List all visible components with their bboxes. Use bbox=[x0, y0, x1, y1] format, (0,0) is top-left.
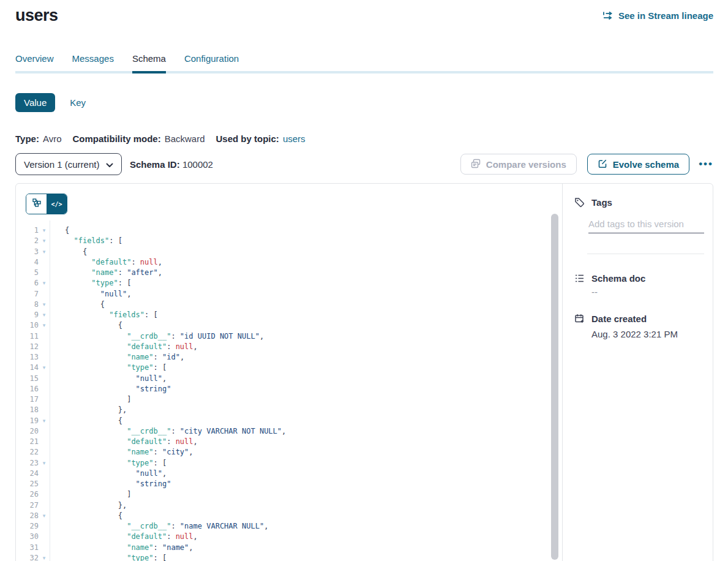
version-select[interactable]: Version 1 (current) bbox=[15, 153, 122, 175]
line-number: 26 bbox=[16, 489, 39, 500]
code-line[interactable]: 3▾ { bbox=[16, 247, 562, 257]
fold-toggle-icon[interactable]: ▾ bbox=[39, 310, 50, 320]
fold-toggle-icon[interactable]: ▾ bbox=[39, 236, 50, 246]
tags-input[interactable]: Add tags to this version bbox=[588, 219, 704, 233]
schema-sidebar: Tags Add tags to this version Schema doc… bbox=[563, 184, 713, 561]
fold-toggle-icon[interactable]: ▾ bbox=[39, 225, 50, 236]
line-number: 16 bbox=[16, 384, 39, 394]
code-line[interactable]: 32▾ "type": [ bbox=[16, 553, 562, 561]
line-number: 19 bbox=[16, 416, 39, 426]
line-content: "string" bbox=[50, 479, 171, 489]
line-content: "__crdb__": "id UUID NOT NULL", bbox=[50, 331, 264, 342]
code-line[interactable]: 9▾ "fields": [ bbox=[16, 310, 562, 320]
code-line[interactable]: 29 "__crdb__": "name VARCHAR NULL", bbox=[16, 521, 562, 532]
fold-spacer bbox=[39, 384, 50, 394]
value-tab-button[interactable]: Value bbox=[15, 93, 55, 112]
line-content: { bbox=[50, 247, 87, 257]
topic-link[interactable]: users bbox=[283, 134, 306, 144]
tab-configuration[interactable]: Configuration bbox=[184, 53, 239, 71]
date-created-value: Aug. 3 2022 3:21 PM bbox=[591, 329, 713, 339]
line-number: 31 bbox=[16, 543, 39, 553]
line-content: "default": null, bbox=[50, 437, 198, 447]
line-number: 29 bbox=[16, 521, 39, 532]
tab-messages[interactable]: Messages bbox=[72, 53, 114, 71]
code-line[interactable]: 18 }, bbox=[16, 405, 562, 415]
fold-spacer bbox=[39, 532, 50, 542]
code-line[interactable]: 1▾{ bbox=[16, 225, 562, 236]
line-number: 4 bbox=[16, 257, 39, 268]
code-line[interactable]: 6▾ "type": [ bbox=[16, 278, 562, 288]
line-content: "default": null, bbox=[50, 342, 198, 352]
code-line[interactable]: 7 "null", bbox=[16, 289, 562, 299]
tab-schema[interactable]: Schema bbox=[132, 53, 166, 73]
fold-toggle-icon[interactable]: ▾ bbox=[39, 278, 50, 288]
fold-spacer bbox=[39, 437, 50, 447]
line-content: }, bbox=[50, 500, 127, 511]
code-line[interactable]: 27 }, bbox=[16, 500, 562, 511]
code-line[interactable]: 20 "__crdb__": "city VARCHAR NOT NULL", bbox=[16, 426, 562, 437]
code-line[interactable]: 16 "string" bbox=[16, 384, 562, 394]
fold-toggle-icon[interactable]: ▾ bbox=[39, 320, 50, 331]
line-number: 2 bbox=[16, 236, 39, 246]
fold-toggle-icon[interactable]: ▾ bbox=[39, 363, 50, 373]
code-line[interactable]: 21 "default": null, bbox=[16, 437, 562, 447]
code-line[interactable]: 26 ] bbox=[16, 489, 562, 500]
code-line[interactable]: 12 "default": null, bbox=[16, 342, 562, 352]
code-line[interactable]: 25 "string" bbox=[16, 479, 562, 489]
line-content: ] bbox=[50, 394, 131, 405]
code-line[interactable]: 15 "null", bbox=[16, 374, 562, 384]
code-line[interactable]: 17 ] bbox=[16, 394, 562, 405]
line-number: 25 bbox=[16, 479, 39, 489]
code-line[interactable]: 13 "name": "id", bbox=[16, 352, 562, 363]
line-content: { bbox=[50, 416, 122, 426]
code-line[interactable]: 30 "default": null, bbox=[16, 532, 562, 542]
fold-toggle-icon[interactable]: ▾ bbox=[39, 416, 50, 426]
sidebar-divider bbox=[587, 254, 704, 254]
code-view-button[interactable]: </> bbox=[47, 194, 67, 214]
fold-toggle-icon[interactable]: ▾ bbox=[39, 511, 50, 521]
code-line[interactable]: 5 "name": "after", bbox=[16, 268, 562, 278]
line-content: }, bbox=[50, 405, 127, 415]
date-created-heading: Date created bbox=[591, 314, 647, 324]
line-number: 3 bbox=[16, 247, 39, 257]
schema-doc-value: -- bbox=[591, 287, 713, 297]
code-line[interactable]: 10▾ { bbox=[16, 320, 562, 331]
compare-versions-button[interactable]: Compare versions bbox=[460, 154, 577, 175]
tree-view-icon bbox=[32, 198, 41, 209]
fold-toggle-icon[interactable]: ▾ bbox=[39, 553, 50, 561]
editor-scrollbar[interactable] bbox=[551, 214, 558, 560]
key-tab-button[interactable]: Key bbox=[70, 97, 86, 108]
code-line[interactable]: 31 "name": "name", bbox=[16, 543, 562, 553]
tree-view-button[interactable] bbox=[26, 194, 47, 214]
code-line[interactable]: 19▾ { bbox=[16, 416, 562, 426]
evolve-schema-button[interactable]: Evolve schema bbox=[587, 154, 689, 175]
fold-spacer bbox=[39, 521, 50, 532]
fold-toggle-icon[interactable]: ▾ bbox=[39, 299, 50, 310]
code-line[interactable]: 24 "null", bbox=[16, 469, 562, 479]
schema-panel: </> 1▾{2▾ "fields": [3▾ {4 "default": nu… bbox=[15, 183, 713, 561]
code-line[interactable]: 11 "__crdb__": "id UUID NOT NULL", bbox=[16, 331, 562, 342]
code-line[interactable]: 2▾ "fields": [ bbox=[16, 236, 562, 246]
stream-lineage-label: See in Stream lineage bbox=[618, 10, 713, 21]
stream-lineage-link[interactable]: See in Stream lineage bbox=[602, 10, 713, 21]
line-number: 8 bbox=[16, 299, 39, 310]
code-line[interactable]: 14▾ "type": [ bbox=[16, 363, 562, 373]
line-number: 12 bbox=[16, 342, 39, 352]
code-line[interactable]: 4 "default": null, bbox=[16, 257, 562, 268]
code-view-icon: </> bbox=[51, 201, 62, 208]
more-actions-button[interactable]: ••• bbox=[699, 161, 713, 167]
fold-spacer bbox=[39, 469, 50, 479]
code-line[interactable]: 8▾ { bbox=[16, 299, 562, 310]
fold-toggle-icon[interactable]: ▾ bbox=[39, 247, 50, 257]
code-line[interactable]: 23▾ "type": [ bbox=[16, 458, 562, 469]
fold-spacer bbox=[39, 426, 50, 437]
code-line[interactable]: 28▾ { bbox=[16, 511, 562, 521]
line-content: "__crdb__": "city VARCHAR NOT NULL", bbox=[50, 426, 286, 437]
page: users See in Stream lineage OverviewMess… bbox=[15, 0, 713, 561]
tab-overview[interactable]: Overview bbox=[15, 53, 54, 71]
fold-spacer bbox=[39, 405, 50, 415]
fold-toggle-icon[interactable]: ▾ bbox=[39, 458, 50, 469]
compare-versions-icon bbox=[471, 159, 481, 170]
code-line[interactable]: 22 "name": "city", bbox=[16, 447, 562, 457]
tag-icon bbox=[574, 197, 585, 208]
